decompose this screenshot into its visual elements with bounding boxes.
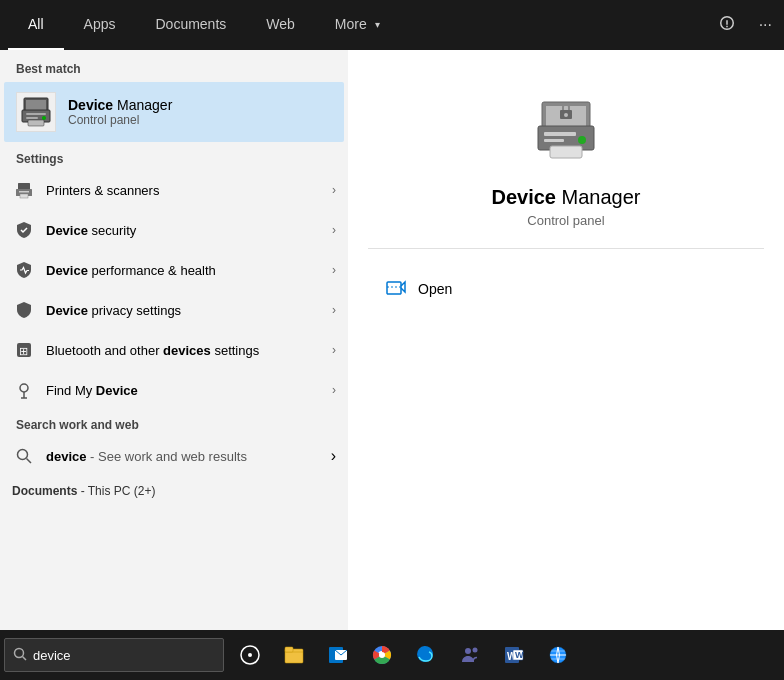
chevron-right-icon: › xyxy=(332,223,336,237)
tabs-right: ··· xyxy=(715,11,776,39)
settings-label: Settings xyxy=(0,142,348,170)
search-web-label: Search work and web xyxy=(0,410,348,436)
svg-rect-9 xyxy=(19,191,29,193)
main-content: Best match Device Manager xyxy=(0,50,784,630)
browser-icon[interactable] xyxy=(538,635,578,675)
left-panel: Best match Device Manager xyxy=(0,50,348,630)
svg-point-24 xyxy=(564,113,568,117)
task-view-icon[interactable] xyxy=(230,635,270,675)
bluetooth-icon: ⊞ xyxy=(12,338,36,362)
best-match-item[interactable]: Device Manager Control panel xyxy=(4,82,344,142)
svg-point-37 xyxy=(465,648,471,654)
svg-rect-20 xyxy=(544,139,564,142)
chevron-right-icon: › xyxy=(332,343,336,357)
chevron-right-icon: › xyxy=(332,303,336,317)
edge-icon[interactable] xyxy=(406,635,446,675)
svg-rect-31 xyxy=(285,647,293,652)
feedback-icon[interactable] xyxy=(715,11,739,39)
svg-rect-19 xyxy=(544,132,576,136)
taskbar-icons: W W xyxy=(230,635,578,675)
tab-apps[interactable]: Apps xyxy=(64,0,136,50)
word-icon[interactable]: W W xyxy=(494,635,534,675)
svg-line-15 xyxy=(27,459,32,464)
divider xyxy=(368,248,764,249)
svg-text:W: W xyxy=(515,650,524,660)
device-manager-icon xyxy=(16,92,56,132)
svg-rect-6 xyxy=(28,120,44,126)
chevron-right-icon: › xyxy=(331,447,336,465)
file-explorer-icon[interactable] xyxy=(274,635,314,675)
privacy-icon xyxy=(12,298,36,322)
taskbar-search[interactable] xyxy=(4,638,224,672)
outlook-icon[interactable] xyxy=(318,635,358,675)
settings-item-device-security[interactable]: Device security › xyxy=(0,210,348,250)
svg-point-14 xyxy=(18,450,28,460)
svg-line-27 xyxy=(23,656,27,660)
search-icon xyxy=(13,647,27,664)
chevron-down-icon: ▾ xyxy=(375,19,380,30)
shield-icon xyxy=(12,218,36,242)
documents-item: Documents - This PC (2+) xyxy=(0,476,348,506)
open-action[interactable]: Open xyxy=(368,269,764,309)
teams-icon[interactable] xyxy=(450,635,490,675)
svg-rect-4 xyxy=(26,117,38,119)
right-panel: Device Manager Control panel Open xyxy=(348,50,784,630)
svg-rect-3 xyxy=(26,113,46,115)
svg-rect-22 xyxy=(550,146,582,158)
chevron-right-icon: › xyxy=(332,383,336,397)
more-options-icon[interactable]: ··· xyxy=(755,12,776,38)
taskbar: W W xyxy=(0,630,784,680)
svg-point-36 xyxy=(379,652,385,658)
best-match-text: Device Manager Control panel xyxy=(68,97,172,127)
svg-rect-25 xyxy=(387,282,401,294)
chevron-right-icon: › xyxy=(332,183,336,197)
tab-more[interactable]: More ▾ xyxy=(315,0,400,50)
start-menu: All Apps Documents Web More ▾ ··· xyxy=(0,0,784,630)
find-device-icon xyxy=(12,378,36,402)
tab-web[interactable]: Web xyxy=(246,0,315,50)
svg-point-21 xyxy=(578,136,586,144)
settings-item-device-performance[interactable]: Device performance & health › xyxy=(0,250,348,290)
chevron-right-icon: › xyxy=(332,263,336,277)
web-search-item[interactable]: device - See work and web results › xyxy=(0,436,348,476)
app-subtitle: Control panel xyxy=(527,213,604,228)
app-title: Device Manager xyxy=(492,186,641,209)
svg-point-26 xyxy=(15,648,24,657)
health-icon xyxy=(12,258,36,282)
svg-point-29 xyxy=(248,653,252,657)
search-web-icon xyxy=(12,444,36,468)
chrome-icon[interactable] xyxy=(362,635,402,675)
svg-rect-1 xyxy=(26,100,46,110)
search-input[interactable] xyxy=(33,648,153,663)
printer-icon xyxy=(12,178,36,202)
svg-text:⊞: ⊞ xyxy=(19,345,28,357)
settings-item-device-privacy[interactable]: Device privacy settings › xyxy=(0,290,348,330)
svg-point-38 xyxy=(473,648,478,653)
open-icon xyxy=(384,277,408,301)
svg-point-13 xyxy=(20,384,28,392)
app-icon-large xyxy=(526,90,606,170)
settings-item-bluetooth[interactable]: ⊞ Bluetooth and other devices settings › xyxy=(0,330,348,370)
settings-item-find-device[interactable]: Find My Device › xyxy=(0,370,348,410)
tab-documents[interactable]: Documents xyxy=(135,0,246,50)
tabs-bar: All Apps Documents Web More ▾ ··· xyxy=(0,0,784,50)
tab-all[interactable]: All xyxy=(8,0,64,50)
svg-rect-10 xyxy=(20,194,28,198)
tabs-left: All Apps Documents Web More ▾ xyxy=(8,0,400,50)
svg-point-5 xyxy=(42,116,46,120)
best-match-label: Best match xyxy=(0,50,348,82)
settings-item-printers[interactable]: Printers & scanners › xyxy=(0,170,348,210)
open-label: Open xyxy=(418,281,452,297)
